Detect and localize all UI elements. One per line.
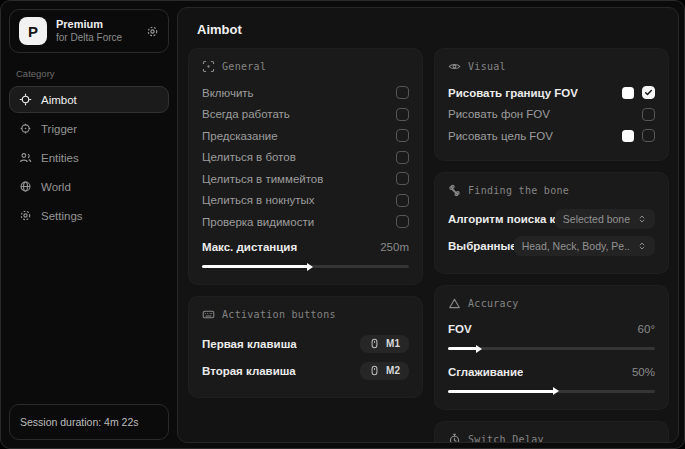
sidebar-item-settings[interactable]: Settings xyxy=(9,202,169,229)
category-label: Category xyxy=(16,68,162,79)
delta-icon xyxy=(448,297,461,310)
sidebar-item-label: Trigger xyxy=(41,123,77,135)
panel-title: Switch Delay xyxy=(468,434,544,444)
checkbox-draw-fov-target[interactable] xyxy=(642,129,655,142)
sidebar-item-label: World xyxy=(41,181,71,193)
toggle-label: Рисовать цель FOV xyxy=(448,130,553,142)
checkbox-aim-teammates[interactable] xyxy=(396,172,409,185)
color-swatch-fov-target[interactable] xyxy=(622,130,634,142)
toggle-label: Целиться в ботов xyxy=(202,151,296,163)
panel-switch-delay: Switch Delay Задержка переключения Задер… xyxy=(434,421,669,444)
keybind-label: Первая клавиша xyxy=(202,338,297,350)
slider-label: Сглаживание xyxy=(448,366,523,378)
slider-value: 50% xyxy=(632,366,655,378)
slider-value: 60° xyxy=(638,323,655,335)
slider-label: FOV xyxy=(448,323,472,335)
sidebar-item-aimbot[interactable]: Aimbot xyxy=(9,86,169,113)
keybind-button-first[interactable]: M1 xyxy=(360,335,409,353)
panel-title: Visual xyxy=(468,61,506,72)
bone-icon xyxy=(448,184,461,197)
slider-label: Макс. дистанция xyxy=(202,241,297,253)
check-icon xyxy=(644,88,653,97)
session-duration: Session duration: 4m 22s xyxy=(9,404,169,440)
brand-subtitle: for Delta Force xyxy=(56,32,122,45)
panel-title: General xyxy=(222,61,266,72)
slider-thumb[interactable] xyxy=(476,345,482,353)
globe-icon xyxy=(19,180,32,193)
fov-slider[interactable] xyxy=(448,347,655,350)
toggle-label: Предсказание xyxy=(202,130,278,142)
trigger-icon xyxy=(19,122,32,135)
toggle-label: Всегда работать xyxy=(202,108,290,120)
page-title: Aimbot xyxy=(178,8,678,48)
max-distance-slider[interactable] xyxy=(202,265,409,268)
panel-accuracy: Accuracy FOV60° Сглаживание50% xyxy=(434,285,669,410)
sidebar-item-trigger[interactable]: Trigger xyxy=(9,115,169,142)
toggle-label: Целиться в нокнутых xyxy=(202,194,315,206)
mouse-icon xyxy=(369,338,380,349)
panel-finding-bone: Finding the bone Алгоритм поиска костей … xyxy=(434,172,669,274)
sidebar-item-world[interactable]: World xyxy=(9,173,169,200)
toggle-label: Целиться в тиммейтов xyxy=(202,173,323,185)
checkbox-always-work[interactable] xyxy=(396,108,409,121)
panel-title: Activation buttons xyxy=(222,309,336,320)
sidebar-item-label: Entities xyxy=(41,152,79,164)
settings-gear-icon xyxy=(19,209,32,222)
sidebar: P Premium for Delta Force Category Aimbo… xyxy=(1,1,177,448)
dropdown-label: Алгоритм поиска костей xyxy=(448,213,555,225)
brand-title: Premium xyxy=(56,18,122,32)
checkbox-draw-fov-background[interactable] xyxy=(642,108,655,121)
color-swatch-fov-border[interactable] xyxy=(622,87,634,99)
entities-icon xyxy=(19,151,32,164)
app-window: P Premium for Delta Force Category Aimbo… xyxy=(0,0,685,449)
checkbox-aim-bots[interactable] xyxy=(396,151,409,164)
unfold-icon xyxy=(637,241,647,251)
slider-thumb[interactable] xyxy=(307,263,313,271)
sidebar-item-label: Aimbot xyxy=(41,94,77,106)
eye-icon xyxy=(448,60,461,73)
panel-activation-buttons: Activation buttons Первая клавиша M1 Вто… xyxy=(188,296,423,398)
toggle-label: Рисовать границу FOV xyxy=(448,87,578,99)
keyboard-icon xyxy=(202,308,215,321)
unfold-icon xyxy=(637,214,647,224)
smoothing-slider[interactable] xyxy=(448,390,655,393)
toggle-label: Проверка видимости xyxy=(202,216,314,228)
dropdown-value: Selected bone xyxy=(563,213,630,225)
checkbox-aim-knocked[interactable] xyxy=(396,194,409,207)
panel-title: Accuracy xyxy=(468,298,519,309)
bone-algorithm-dropdown[interactable]: Selected bone xyxy=(555,209,655,229)
dropdown-value: Head, Neck, Body, Pe.. xyxy=(522,240,630,252)
panel-general: General Включить Всегда работать Предска… xyxy=(188,48,423,285)
dropdown-label: Выбранные кости xyxy=(448,240,514,252)
slider-value: 250m xyxy=(380,241,409,253)
toggle-label: Включить xyxy=(202,87,254,99)
brand-card: P Premium for Delta Force xyxy=(9,9,169,53)
panel-visual: Visual Рисовать границу FOV Рисовать фон… xyxy=(434,48,669,161)
keybind-button-second[interactable]: M2 xyxy=(360,362,409,380)
stopwatch-icon xyxy=(448,433,461,444)
keybind-value: M2 xyxy=(386,365,400,376)
sidebar-item-label: Settings xyxy=(41,210,83,222)
checkbox-draw-fov-border[interactable] xyxy=(642,86,655,99)
panel-title: Finding the bone xyxy=(468,185,569,196)
gear-icon[interactable] xyxy=(146,25,159,38)
checkbox-visibility-check[interactable] xyxy=(396,215,409,228)
brand-logo: P xyxy=(19,17,47,45)
sidebar-item-entities[interactable]: Entities xyxy=(9,144,169,171)
keybind-label: Вторая клавиша xyxy=(202,365,296,377)
keybind-value: M1 xyxy=(386,338,400,349)
checkbox-prediction[interactable] xyxy=(396,129,409,142)
toggle-label: Рисовать фон FOV xyxy=(448,108,550,120)
slider-thumb[interactable] xyxy=(553,387,559,395)
checkbox-enable[interactable] xyxy=(396,86,409,99)
mouse-icon xyxy=(369,365,380,376)
crosshair-icon xyxy=(19,93,32,106)
main-content: Aimbot General Включить Всегда работать xyxy=(177,7,679,443)
scan-icon xyxy=(202,60,215,73)
selected-bones-dropdown[interactable]: Head, Neck, Body, Pe.. xyxy=(514,236,655,256)
